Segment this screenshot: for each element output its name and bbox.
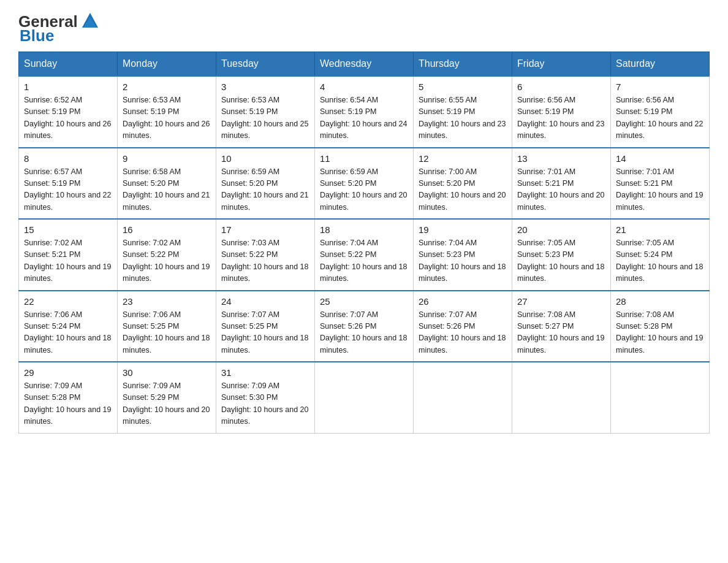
day-number: 5 [419,82,507,92]
day-info: Sunrise: 6:57 AMSunset: 5:19 PMDaylight:… [24,166,112,214]
day-info: Sunrise: 6:55 AMSunset: 5:19 PMDaylight:… [419,94,507,142]
day-number: 4 [320,82,408,92]
day-cell: 8 Sunrise: 6:57 AMSunset: 5:19 PMDayligh… [19,148,118,220]
day-cell: 31 Sunrise: 7:09 AMSunset: 5:30 PMDaylig… [216,362,315,433]
day-info: Sunrise: 7:07 AMSunset: 5:26 PMDaylight:… [320,309,408,357]
day-info: Sunrise: 7:00 AMSunset: 5:20 PMDaylight:… [419,166,507,214]
day-number: 19 [419,224,507,235]
day-info: Sunrise: 7:04 AMSunset: 5:22 PMDaylight:… [320,237,408,285]
day-cell: 16 Sunrise: 7:02 AMSunset: 5:22 PMDaylig… [118,219,216,291]
day-cell: 20 Sunrise: 7:05 AMSunset: 5:23 PMDaylig… [512,219,611,291]
day-number: 11 [320,153,408,164]
day-info: Sunrise: 6:59 AMSunset: 5:20 PMDaylight:… [221,166,309,214]
day-cell: 7 Sunrise: 6:56 AMSunset: 5:19 PMDayligh… [611,76,710,148]
calendar-table: SundayMondayTuesdayWednesdayThursdayFrid… [18,52,710,434]
day-number: 12 [419,153,507,164]
day-number: 14 [616,153,704,164]
day-info: Sunrise: 6:53 AMSunset: 5:19 PMDaylight:… [123,94,211,142]
day-cell: 23 Sunrise: 7:06 AMSunset: 5:25 PMDaylig… [118,291,216,362]
day-info: Sunrise: 7:08 AMSunset: 5:28 PMDaylight:… [616,309,704,357]
day-cell: 18 Sunrise: 7:04 AMSunset: 5:22 PMDaylig… [315,219,414,291]
day-cell [414,362,512,433]
day-number: 3 [221,82,309,92]
logo-blue: Blue [20,26,54,45]
day-info: Sunrise: 7:04 AMSunset: 5:23 PMDaylight:… [419,237,507,285]
col-header-tuesday: Tuesday [216,52,315,77]
day-cell: 21 Sunrise: 7:05 AMSunset: 5:24 PMDaylig… [611,219,710,291]
col-header-monday: Monday [118,52,216,77]
day-number: 1 [24,82,112,92]
day-info: Sunrise: 7:05 AMSunset: 5:24 PMDaylight:… [616,237,704,285]
day-cell: 17 Sunrise: 7:03 AMSunset: 5:22 PMDaylig… [216,219,315,291]
day-cell: 25 Sunrise: 7:07 AMSunset: 5:26 PMDaylig… [315,291,414,362]
week-row-5: 29 Sunrise: 7:09 AMSunset: 5:28 PMDaylig… [19,362,710,433]
day-info: Sunrise: 7:01 AMSunset: 5:21 PMDaylight:… [517,166,605,214]
day-info: Sunrise: 7:07 AMSunset: 5:26 PMDaylight:… [419,309,507,357]
day-info: Sunrise: 6:56 AMSunset: 5:19 PMDaylight:… [517,94,605,142]
day-info: Sunrise: 7:03 AMSunset: 5:22 PMDaylight:… [221,237,309,285]
day-number: 10 [221,153,309,164]
day-number: 6 [517,82,605,92]
day-info: Sunrise: 7:02 AMSunset: 5:22 PMDaylight:… [123,237,211,285]
day-number: 7 [616,82,704,92]
day-cell: 30 Sunrise: 7:09 AMSunset: 5:29 PMDaylig… [118,362,216,433]
day-cell [611,362,710,433]
day-info: Sunrise: 7:01 AMSunset: 5:21 PMDaylight:… [616,166,704,214]
day-info: Sunrise: 7:02 AMSunset: 5:21 PMDaylight:… [24,237,112,285]
day-info: Sunrise: 7:09 AMSunset: 5:29 PMDaylight:… [123,380,211,428]
day-cell: 10 Sunrise: 6:59 AMSunset: 5:20 PMDaylig… [216,148,315,220]
day-number: 21 [616,224,704,235]
week-row-3: 15 Sunrise: 7:02 AMSunset: 5:21 PMDaylig… [19,219,710,291]
day-number: 30 [123,367,211,378]
day-info: Sunrise: 6:53 AMSunset: 5:19 PMDaylight:… [221,94,309,142]
day-info: Sunrise: 6:58 AMSunset: 5:20 PMDaylight:… [123,166,211,214]
day-number: 31 [221,367,309,378]
day-cell: 2 Sunrise: 6:53 AMSunset: 5:19 PMDayligh… [118,76,216,148]
day-info: Sunrise: 6:56 AMSunset: 5:19 PMDaylight:… [616,94,704,142]
day-cell: 15 Sunrise: 7:02 AMSunset: 5:21 PMDaylig… [19,219,118,291]
day-cell: 13 Sunrise: 7:01 AMSunset: 5:21 PMDaylig… [512,148,611,220]
day-cell: 4 Sunrise: 6:54 AMSunset: 5:19 PMDayligh… [315,76,414,148]
day-number: 22 [24,296,112,307]
day-info: Sunrise: 7:05 AMSunset: 5:23 PMDaylight:… [517,237,605,285]
day-number: 16 [123,224,211,235]
day-info: Sunrise: 7:09 AMSunset: 5:28 PMDaylight:… [24,380,112,428]
day-cell: 1 Sunrise: 6:52 AMSunset: 5:19 PMDayligh… [19,76,118,148]
day-number: 17 [221,224,309,235]
week-row-1: 1 Sunrise: 6:52 AMSunset: 5:19 PMDayligh… [19,76,710,148]
day-number: 25 [320,296,408,307]
day-number: 29 [24,367,112,378]
day-number: 20 [517,224,605,235]
day-cell: 27 Sunrise: 7:08 AMSunset: 5:27 PMDaylig… [512,291,611,362]
day-cell: 9 Sunrise: 6:58 AMSunset: 5:20 PMDayligh… [118,148,216,220]
day-cell: 24 Sunrise: 7:07 AMSunset: 5:25 PMDaylig… [216,291,315,362]
col-header-saturday: Saturday [611,52,710,77]
day-cell: 6 Sunrise: 6:56 AMSunset: 5:19 PMDayligh… [512,76,611,148]
day-number: 27 [517,296,605,307]
col-header-friday: Friday [512,52,611,77]
day-cell: 19 Sunrise: 7:04 AMSunset: 5:23 PMDaylig… [414,219,512,291]
day-number: 15 [24,224,112,235]
logo-icon [80,10,100,31]
col-header-thursday: Thursday [414,52,512,77]
day-cell [315,362,414,433]
col-header-wednesday: Wednesday [315,52,414,77]
logo: General Blue [18,12,100,45]
day-cell: 28 Sunrise: 7:08 AMSunset: 5:28 PMDaylig… [611,291,710,362]
day-cell: 5 Sunrise: 6:55 AMSunset: 5:19 PMDayligh… [414,76,512,148]
day-cell: 26 Sunrise: 7:07 AMSunset: 5:26 PMDaylig… [414,291,512,362]
day-number: 23 [123,296,211,307]
day-number: 26 [419,296,507,307]
week-row-4: 22 Sunrise: 7:06 AMSunset: 5:24 PMDaylig… [19,291,710,362]
col-header-sunday: Sunday [19,52,118,77]
day-cell: 3 Sunrise: 6:53 AMSunset: 5:19 PMDayligh… [216,76,315,148]
day-cell: 29 Sunrise: 7:09 AMSunset: 5:28 PMDaylig… [19,362,118,433]
page-header: General Blue [18,12,710,45]
day-info: Sunrise: 7:09 AMSunset: 5:30 PMDaylight:… [221,380,309,428]
day-number: 2 [123,82,211,92]
day-cell: 12 Sunrise: 7:00 AMSunset: 5:20 PMDaylig… [414,148,512,220]
calendar-header-row: SundayMondayTuesdayWednesdayThursdayFrid… [19,52,710,77]
day-number: 18 [320,224,408,235]
day-number: 24 [221,296,309,307]
day-info: Sunrise: 7:06 AMSunset: 5:25 PMDaylight:… [123,309,211,357]
